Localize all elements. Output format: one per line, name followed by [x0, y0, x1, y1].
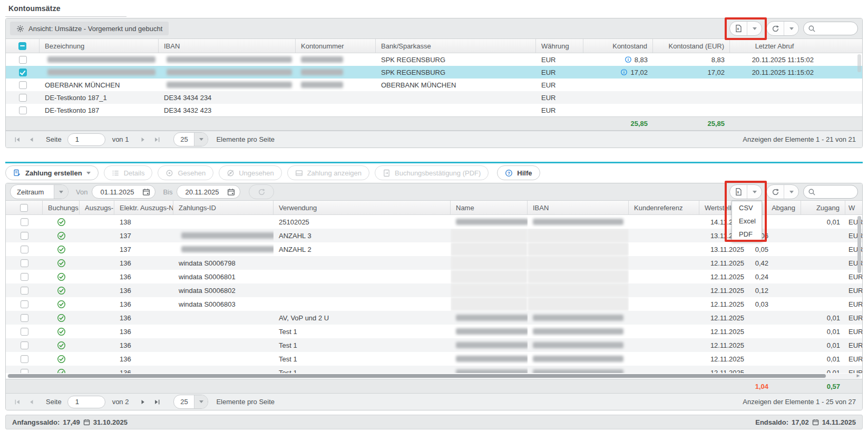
- row-checkbox[interactable]: [21, 300, 28, 308]
- transaction-row[interactable]: 136 Test 1 12.11.2025 0,01 EUR: [6, 352, 862, 366]
- row-checkbox[interactable]: [21, 314, 28, 322]
- row-checkbox[interactable]: [21, 341, 28, 349]
- next-page-button[interactable]: [138, 398, 148, 406]
- transaction-row[interactable]: 136 windata S0006803 12.11.2025 0,03 EUR: [6, 297, 862, 311]
- account-row[interactable]: SPK REGENSBURG EUR 17,02 17,02 20.11.202…: [6, 66, 862, 79]
- refresh-button[interactable]: [767, 185, 784, 199]
- page-size-select[interactable]: 25: [173, 395, 208, 409]
- cell-iban: [528, 229, 629, 242]
- col-kontostand[interactable]: Kontostand: [583, 39, 653, 53]
- scroll-right-arrow-icon[interactable]: ▸: [856, 372, 860, 379]
- date-to-input[interactable]: [184, 188, 224, 197]
- page-input[interactable]: [67, 133, 105, 146]
- transaction-row[interactable]: 136 windata S0006798 12.11.2025 0,42 EUR: [6, 256, 862, 270]
- zeitraum-select[interactable]: Zeitraum: [10, 184, 69, 199]
- chevron-down-icon: [753, 191, 757, 193]
- hilfe-button[interactable]: ? Hilfe: [497, 165, 540, 180]
- unseen-eye-icon: [227, 169, 235, 177]
- export-menu-item-excel[interactable]: Excel: [732, 214, 762, 228]
- previous-page-button[interactable]: [26, 136, 37, 143]
- transaction-row[interactable]: 137 ANZAHL 2 13.11.2025 0,05 EUR: [6, 242, 862, 256]
- search-input[interactable]: [818, 188, 857, 197]
- col-kundenreferenz[interactable]: Kundenreferenz: [629, 201, 699, 214]
- row-checkbox[interactable]: [21, 328, 28, 336]
- row-checkbox-cell: [6, 79, 40, 91]
- zahlung-erstellen-button[interactable]: Zahlung erstellen: [5, 165, 99, 180]
- page-input[interactable]: [67, 396, 105, 408]
- col-buchungs[interactable]: Buchungs...: [43, 201, 80, 214]
- account-row[interactable]: DE-Testkonto 187 DE34 3432 423 EUR: [6, 104, 862, 116]
- refresh-dropdown-button[interactable]: [784, 22, 798, 35]
- export-button[interactable]: x: [730, 22, 747, 35]
- cell-elektr-auszugs-nr: 137: [114, 229, 173, 242]
- next-page-button[interactable]: [138, 136, 148, 143]
- col-waehrung[interactable]: Währung: [536, 39, 583, 53]
- horizontal-scrollbar-thumb[interactable]: [8, 374, 826, 378]
- filter-refresh-button-disabled[interactable]: [249, 184, 274, 199]
- transaction-row[interactable]: 136 AV, VoP und 2 U 12.11.2025 0,01 EUR: [6, 311, 862, 325]
- col-kontonummer[interactable]: Kontonummer: [296, 39, 376, 53]
- col-elektr-auszugs-nr[interactable]: Elektr. Auszugs-Nr.: [114, 201, 173, 214]
- export-dropdown-button[interactable]: [747, 22, 762, 35]
- search-input[interactable]: [818, 24, 857, 33]
- account-row[interactable]: SPK REGENSBURG EUR 8,83 8,83 20.11.2025 …: [6, 53, 862, 66]
- previous-page-button[interactable]: [26, 398, 37, 406]
- last-page-button[interactable]: [152, 398, 162, 406]
- info-icon[interactable]: [625, 56, 632, 63]
- select-all-cell: [6, 39, 40, 53]
- cell-abgang: 0,42: [749, 256, 801, 270]
- account-row[interactable]: OBERBANK MÜNCHEN OBERBANK MÜNCHEN EUR: [6, 79, 862, 91]
- zahlung-anzeigen-button[interactable]: Zahlung anzeigen: [287, 165, 369, 180]
- transaction-row[interactable]: 136 Test 1 12.11.2025 0,01 EUR: [6, 338, 862, 352]
- txn-select-all-checkbox[interactable]: [20, 204, 28, 212]
- col-zugang[interactable]: Zugang: [801, 201, 845, 214]
- horizontal-scrollbar[interactable]: ▸: [7, 374, 861, 378]
- row-checkbox[interactable]: [21, 232, 28, 240]
- refresh-button[interactable]: [767, 22, 784, 35]
- col-auszugs[interactable]: Auszugs-...: [80, 201, 114, 214]
- export-dropdown-button[interactable]: [747, 185, 762, 199]
- info-icon[interactable]: [620, 68, 628, 76]
- row-checkbox[interactable]: [21, 218, 28, 226]
- first-page-button[interactable]: [12, 398, 23, 406]
- details-button[interactable]: Details: [104, 165, 153, 180]
- transaction-row[interactable]: 136 Test 1 12.11.2025 0,01 EUR: [6, 325, 862, 338]
- col-iban[interactable]: IBAN: [528, 201, 629, 214]
- col-zahlungs-id[interactable]: Zahlungs-ID: [173, 201, 274, 214]
- row-checkbox[interactable]: [21, 369, 28, 374]
- select-all-checkbox[interactable]: [18, 42, 26, 50]
- transaction-row[interactable]: 136 windata S0006801 12.11.2025 0,24 EUR: [6, 270, 862, 283]
- calendar-icon[interactable]: [142, 188, 150, 196]
- row-checkbox[interactable]: [21, 246, 28, 253]
- buchungsbestaetigung-pdf-button[interactable]: Buchungsbestätigung (PDF): [375, 165, 489, 180]
- col-letzter-abruf[interactable]: Letzter Abruf: [730, 39, 862, 53]
- date-from-input[interactable]: [99, 188, 139, 197]
- transaction-row[interactable]: 136 windata S0006802 12.11.2025 0,12 EUR: [6, 283, 862, 297]
- first-page-button[interactable]: [12, 136, 23, 143]
- col-iban[interactable]: IBAN: [159, 39, 296, 53]
- row-checkbox[interactable]: [21, 287, 28, 295]
- col-verwendung[interactable]: Verwendung: [274, 201, 451, 214]
- row-checkbox[interactable]: [21, 273, 28, 281]
- row-checkbox[interactable]: [21, 259, 28, 267]
- last-page-button[interactable]: [152, 136, 162, 143]
- gesehen-button[interactable]: Gesehen: [158, 165, 213, 180]
- calendar-icon[interactable]: [227, 188, 235, 196]
- row-checkbox[interactable]: [21, 355, 28, 363]
- ungesehen-button[interactable]: Ungesehen: [219, 165, 282, 180]
- col-bank-sparkasse[interactable]: Bank/Sparkasse: [376, 39, 536, 53]
- export-button[interactable]: x: [730, 185, 747, 199]
- export-menu-item-csv[interactable]: CSV: [732, 201, 762, 214]
- transaction-row[interactable]: 136 Test 1 12.11.2025 0,01 EUR: [6, 366, 862, 373]
- page-size-select[interactable]: 25: [173, 132, 208, 146]
- col-name[interactable]: Name: [451, 201, 528, 214]
- account-row[interactable]: DE-Testkonto 187_1 DE34 3434 234 EUR: [6, 91, 862, 104]
- refresh-dropdown-button[interactable]: [784, 185, 798, 199]
- cell-iban: [528, 366, 629, 373]
- col-waehrung[interactable]: W: [845, 201, 862, 214]
- cell-waehrung: EUR: [536, 104, 583, 116]
- col-kontostand-eur[interactable]: Kontostand (EUR): [653, 39, 730, 53]
- view-settings-button[interactable]: Ansicht: Umsätze - Vorgemerkt und gebuch…: [10, 22, 169, 35]
- export-menu-item-pdf[interactable]: PDF: [732, 228, 762, 241]
- col-bezeichnung[interactable]: Bezeichnung: [40, 39, 159, 53]
